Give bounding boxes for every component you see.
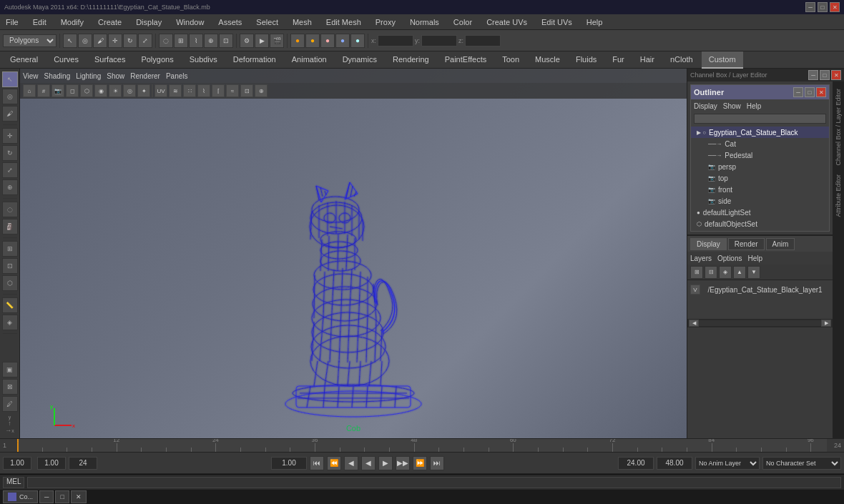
- vp-menu-lighting[interactable]: Lighting: [76, 72, 101, 80]
- tab-rendering[interactable]: Rendering: [386, 51, 436, 69]
- menu-edit[interactable]: Edit: [30, 16, 49, 28]
- transport-pb-frame[interactable]: [271, 457, 307, 470]
- outliner-item-6[interactable]: 📷 side: [691, 195, 829, 207]
- vp-tb-ambient[interactable]: ◎: [123, 84, 136, 97]
- menu-edit-uvs[interactable]: Edit UVs: [539, 16, 575, 28]
- lt-universal[interactable]: ⊕: [2, 179, 18, 195]
- vp-tb-depth[interactable]: ⊡: [240, 84, 253, 97]
- lt-channel-box[interactable]: ⊠: [2, 379, 18, 395]
- menu-edit-mesh[interactable]: Edit Mesh: [323, 16, 364, 28]
- transport-frame[interactable]: [3, 457, 31, 470]
- ol-menu-show[interactable]: Show: [723, 102, 741, 110]
- dra-tab-render[interactable]: Render: [728, 238, 765, 250]
- taskbar-close[interactable]: ✕: [71, 490, 87, 503]
- transport-pb-end[interactable]: [657, 457, 692, 470]
- outliner-item-4[interactable]: 📷 top: [691, 172, 829, 184]
- tab-general[interactable]: General: [3, 51, 45, 69]
- outliner-item-3[interactable]: 📷 persp: [691, 161, 829, 172]
- tab-surfaces[interactable]: Surfaces: [87, 51, 132, 69]
- vp-menu-shading[interactable]: Shading: [44, 72, 71, 80]
- tb-select-tool[interactable]: ↖: [63, 34, 77, 48]
- tab-dynamics[interactable]: Dynamics: [335, 51, 384, 69]
- vp-tb-select-mask[interactable]: ◻: [66, 84, 79, 97]
- tb-light-5[interactable]: ●: [350, 34, 365, 48]
- tab-painteffects[interactable]: PaintEffects: [438, 51, 494, 69]
- menu-select[interactable]: Select: [253, 16, 281, 28]
- tb-light-4[interactable]: ●: [335, 34, 350, 48]
- outliner-item-1[interactable]: ──→ Cat: [691, 138, 829, 149]
- lt-param[interactable]: ◈: [2, 315, 18, 330]
- transport-btn-goto-start[interactable]: ⏮: [310, 456, 324, 470]
- lt-soft-mod[interactable]: ◌: [2, 202, 18, 217]
- taskbar-min[interactable]: ─: [39, 490, 54, 503]
- vp-tb-particle[interactable]: ∷: [183, 84, 196, 97]
- tab-fur[interactable]: Fur: [605, 51, 632, 69]
- lt-surface[interactable]: ⬡: [2, 275, 18, 291]
- lt-rotate[interactable]: ↻: [2, 145, 18, 161]
- ol-menu-help[interactable]: Help: [747, 102, 762, 110]
- tb-light-3[interactable]: ●: [320, 34, 335, 48]
- tb-snap-grid[interactable]: ⊞: [174, 34, 188, 48]
- tb-render-settings[interactable]: ⚙: [240, 34, 254, 48]
- ol-menu-display[interactable]: Display: [694, 102, 717, 110]
- tb-render[interactable]: 🎬: [270, 34, 284, 48]
- ol-minimize[interactable]: ─: [793, 87, 803, 97]
- vp-tb-hair-disp[interactable]: ⌇: [197, 84, 210, 97]
- tab-fluids[interactable]: Fluids: [569, 51, 604, 69]
- tb-soft-sel[interactable]: ◌: [159, 34, 173, 48]
- vp-tb-uv[interactable]: UV: [154, 84, 167, 97]
- transport-btn-play-fwd[interactable]: ▶: [378, 456, 393, 470]
- layer-tb-move-dn[interactable]: ▼: [747, 266, 760, 279]
- tb-snap-point[interactable]: ⊕: [204, 34, 218, 48]
- layout-dropdown[interactable]: Polygons General Animation: [3, 34, 57, 47]
- dra-tab-display[interactable]: Display: [690, 238, 727, 250]
- dra-menu-help[interactable]: Help: [747, 255, 762, 262]
- layer-tb-move-up[interactable]: ▲: [733, 266, 746, 279]
- vtab-attribute-editor[interactable]: Attribute Editor: [833, 170, 843, 222]
- menu-normals[interactable]: Normals: [407, 16, 442, 28]
- layer-item[interactable]: V /Egyptian_Cat_Statue_Black_layer1: [690, 283, 830, 296]
- outliner-item-0[interactable]: ▶ ○ Egyptian_Cat_Statue_Black: [691, 127, 829, 138]
- layer-scroll-left[interactable]: ◀: [689, 320, 699, 327]
- tab-hair[interactable]: Hair: [633, 51, 662, 69]
- layer-tb-delete[interactable]: ⊟: [705, 266, 717, 279]
- timeline-ruler[interactable]: 11224364860728496: [17, 439, 827, 452]
- lt-move[interactable]: ✛: [2, 128, 18, 144]
- menu-mesh[interactable]: Mesh: [290, 16, 315, 28]
- tb-rotate-tool[interactable]: ↻: [123, 34, 137, 48]
- tb-snap-view[interactable]: ⊡: [219, 34, 233, 48]
- lt-paint[interactable]: 🖌: [2, 106, 18, 122]
- vp-menu-view[interactable]: View: [23, 72, 39, 80]
- cb-minimize[interactable]: ─: [808, 70, 818, 80]
- transport-btn-stop-step-back[interactable]: ◀: [361, 456, 376, 470]
- lt-script-editor[interactable]: 🖊: [2, 396, 18, 412]
- dra-menu-layers[interactable]: Layers: [690, 255, 712, 262]
- coord-x-input[interactable]: [378, 35, 413, 46]
- vp-tb-lit[interactable]: ☀: [109, 84, 122, 97]
- tab-toon[interactable]: Toon: [495, 51, 526, 69]
- menu-create[interactable]: Create: [95, 16, 124, 28]
- vp-tb-wireframe[interactable]: ⬡: [80, 84, 93, 97]
- lt-display-layer[interactable]: ▣: [2, 362, 18, 377]
- lt-measure[interactable]: 📏: [2, 297, 18, 313]
- vtab-channel-box[interactable]: Channel Box / Layer Editor: [833, 84, 843, 170]
- command-input[interactable]: [27, 477, 841, 488]
- vp-menu-renderer[interactable]: Renderer: [130, 72, 160, 80]
- vp-menu-show[interactable]: Show: [107, 72, 124, 80]
- viewport[interactable]: View Shading Lighting Show Renderer Pane…: [20, 69, 687, 438]
- tab-subdivs[interactable]: Subdivs: [182, 51, 225, 69]
- menu-assets[interactable]: Assets: [215, 16, 245, 28]
- tb-lasso-tool[interactable]: ◎: [78, 34, 92, 48]
- vp-tb-xray[interactable]: ✦: [137, 84, 150, 97]
- outliner-item-2[interactable]: ──→ Pedestal: [691, 149, 829, 161]
- ol-close[interactable]: ✕: [816, 87, 826, 97]
- lt-show-manip[interactable]: ⊞: [2, 241, 18, 257]
- menu-window[interactable]: Window: [173, 16, 207, 28]
- transport-pb-start[interactable]: [618, 457, 654, 470]
- tab-animation[interactable]: Animation: [285, 51, 334, 69]
- tab-muscle[interactable]: Muscle: [528, 51, 567, 69]
- tb-light-2[interactable]: ●: [305, 34, 320, 48]
- ol-maximize[interactable]: □: [805, 87, 815, 97]
- menu-create-uvs[interactable]: Create UVs: [484, 16, 530, 28]
- dra-tab-anim[interactable]: Anim: [766, 238, 795, 250]
